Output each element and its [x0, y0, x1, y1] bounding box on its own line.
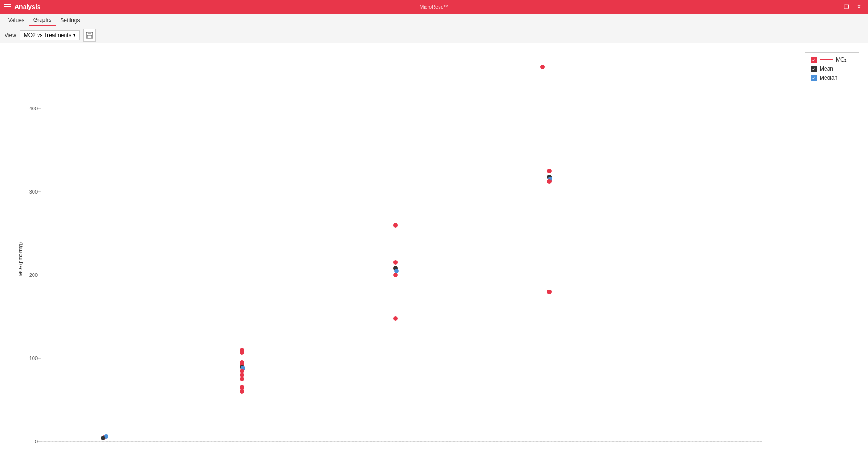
titlebar: Analysis MicroResp™ ─ ❐ ✕	[0, 0, 868, 14]
save-icon-button[interactable]	[83, 29, 96, 42]
save-icon	[86, 32, 93, 39]
legend-item-mo2: ✓ MO₂	[811, 57, 853, 63]
legend: ✓ MO₂ ✓ Mean ✓ Median	[805, 52, 859, 85]
legend-item-median: ✓ Median	[811, 75, 853, 81]
svg-rect-2	[87, 35, 92, 38]
data-point	[393, 223, 398, 228]
data-point	[240, 389, 244, 394]
data-point	[240, 373, 244, 377]
mo2-line-icon	[820, 59, 833, 60]
data-point	[547, 290, 552, 294]
view-dropdown[interactable]: MO2 vs Treatments ▾	[20, 30, 80, 40]
chart-svg: 0 100 200 300 400 Control Treatment 1 Tr…	[20, 48, 778, 450]
svg-text:100: 100	[29, 356, 38, 361]
view-dropdown-value: MO2 vs Treatments	[24, 32, 71, 38]
legend-item-mean: ✓ Mean	[811, 66, 853, 72]
svg-text:200: 200	[29, 272, 38, 278]
svg-text:0: 0	[35, 439, 38, 444]
data-point	[240, 377, 244, 381]
app-title: MicroResp™	[420, 4, 448, 10]
data-point	[547, 179, 552, 184]
menubar: Values Graphs Settings	[0, 14, 868, 27]
svg-rect-1	[88, 32, 91, 34]
median-label: Median	[820, 75, 837, 81]
toolbar: View MO2 vs Treatments ▾	[0, 27, 868, 43]
page-title: Analysis	[14, 3, 41, 10]
close-button[interactable]: ✕	[854, 1, 864, 12]
svg-text:300: 300	[29, 189, 38, 195]
view-label: View	[5, 32, 16, 38]
menu-settings[interactable]: Settings	[56, 15, 84, 25]
mean-checkbox[interactable]: ✓	[811, 66, 817, 72]
mo2-checkbox[interactable]: ✓	[811, 57, 817, 63]
mean-label: Mean	[820, 66, 833, 72]
data-point	[101, 436, 105, 440]
data-point	[547, 169, 552, 173]
data-point	[240, 385, 244, 390]
menu-graphs[interactable]: Graphs	[29, 15, 56, 26]
chart-container: MO₂ (pmol/mg) 0 100 200 300 400	[0, 43, 868, 475]
median-checkbox[interactable]: ✓	[811, 75, 817, 81]
hamburger-menu[interactable]	[4, 4, 11, 10]
restore-button[interactable]: ❐	[841, 1, 852, 12]
data-point	[393, 273, 398, 277]
menu-values[interactable]: Values	[4, 15, 29, 25]
data-point	[393, 316, 398, 321]
data-point	[240, 350, 244, 355]
data-point-median	[394, 269, 399, 273]
mo2-label: MO₂	[836, 57, 847, 63]
chart-area: 0 100 200 300 400 Control Treatment 1 Tr…	[20, 48, 778, 450]
data-point	[240, 369, 244, 373]
minimize-button[interactable]: ─	[828, 1, 839, 12]
data-point	[393, 260, 398, 265]
chevron-down-icon: ▾	[73, 33, 75, 38]
window-controls: ─ ❐ ✕	[828, 1, 864, 12]
data-point	[540, 65, 545, 69]
svg-text:400: 400	[29, 106, 38, 111]
